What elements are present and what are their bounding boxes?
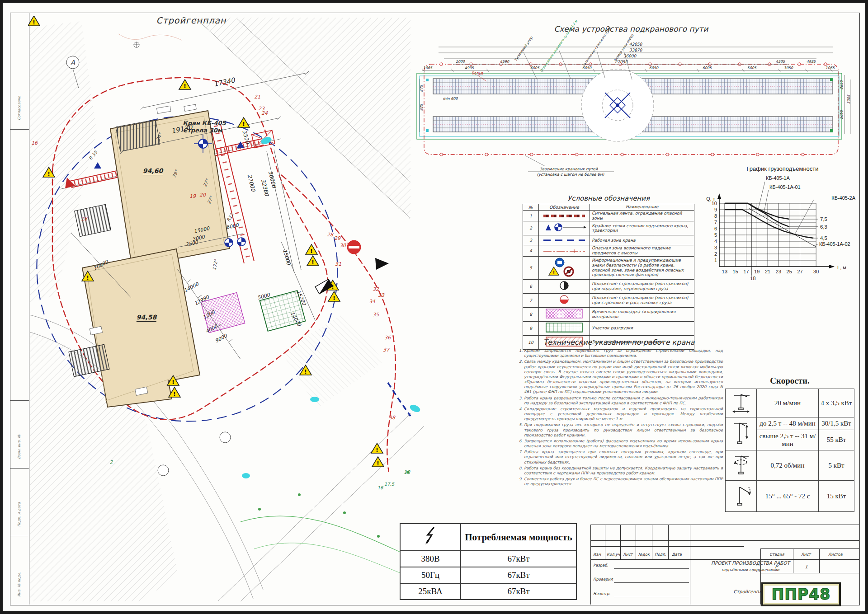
speeds-row: 20 м/мин 4 х 3,5 кВт [726,389,854,417]
power-row: 380В 67кВт [400,551,576,567]
tb-col-koluch: Кол.уч [607,552,620,557]
svg-text:30: 30 [813,269,819,274]
legend-col-sym: Обозначение [539,204,590,211]
rigger-position-lift-icon [559,280,570,291]
legend-col-name: Наименование [590,204,694,211]
crane-position [581,69,654,141]
svg-text:1: 1 [714,258,717,263]
tech-note-item: Запрещается использование (работа) фасад… [524,439,723,449]
doc-title: ПРОЕКТ ПРОИЗВОДСТВА РАБОТ подъёмными соо… [692,560,809,572]
load-capacity-chart: График грузоподъемностиQ, тL, м123456789… [699,164,858,286]
svg-text:2: 2 [714,251,717,257]
tb-col-list: Лист [623,552,633,557]
tech-note-item: Работа крана запрещается при сложных пог… [524,450,723,465]
speeds-row: 0,72 об/мин 5 кВт [726,450,854,481]
margin-label: Инв. № подл. [17,572,21,597]
building-upper [110,104,230,267]
margin-label: Согласовано [17,96,21,120]
tech-note-item: При поднимании груза вес которого не опр… [524,422,723,438]
hatched-area [194,18,410,220]
svg-text:13: 13 [722,269,727,274]
svg-text:19: 19 [754,269,760,274]
hook-position [225,238,245,247]
speed-power: 30/1,5 кВт [819,417,854,430]
speeds-table: 20 м/мин 4 х 3,5 кВт до 2,5 т -- 48 м/ми… [725,389,854,512]
tb-col-izm: Изм [593,552,601,557]
margin-label: Взам. инв. № [17,435,21,459]
svg-text:25: 25 [787,269,792,274]
tech-note-item: Работа крана без координатной защиты не … [524,466,723,476]
svg-text:7: 7 [714,220,717,225]
svg-text:3: 3 [714,245,717,250]
legend-row: 7 Положение стропальщиков (монтажников) … [523,293,694,307]
svg-text:7,5: 7,5 [820,216,827,222]
tb-row-nkontr: Н.контр. [593,591,610,596]
speed-value: 15° ... 65° - 72 с [757,481,819,512]
crane-travel-icon [731,391,751,413]
margin-line [10,129,29,130]
power-value: 67кВт [461,583,576,600]
speed-power: 5 кВт [819,450,854,481]
svg-text:27: 27 [797,269,802,274]
tb-stage-label: Стадия [769,552,784,557]
tech-note-item: Работа крана разрешается только после со… [524,396,723,406]
svg-text:L, м: L, м [837,265,846,270]
hatched-area [281,314,384,408]
legend-row: 9 Участок разгрузки [523,321,694,335]
crane-slew-icon [731,452,751,477]
tb-col-data: Дата [672,552,682,557]
svg-text:17: 17 [743,269,749,274]
direction-arrow [375,258,389,270]
speeds-title: Скорости. [725,376,854,386]
legend-table: № Обозначение Наименование 1 Сигнальная … [523,204,694,350]
tb-col-dok: №док [638,552,650,557]
tech-note-item: Складирование строительных материалов и … [524,407,723,422]
power-table-title: Потребляемая мощность [461,524,576,551]
legend-row: 8 Временная площадка складирования матер… [523,307,694,321]
drawing-sheet: Согласовано Взам. инв. № Подп. и дата Ин… [0,0,868,614]
crane-stand-points-icon [542,222,586,233]
power-param: 25кВА [400,583,461,600]
work-zone-line-icon [542,238,586,243]
technical-notes: Технические указания по работе крана Кра… [515,338,723,487]
svg-text:6,3: 6,3 [820,224,827,230]
svg-text:18: 18 [750,276,755,281]
legend-col-no: № [523,204,539,211]
svg-text:10: 10 [712,201,717,206]
tech-note-item: Краном запрещается переносить груз за ог… [524,348,723,358]
no-entry-sign-icon [347,240,361,254]
rigger-position-sling-icon [559,294,570,305]
speed-value: до 2,5 т -- 48 м/мин [757,417,819,430]
crane-luff-icon [731,483,751,508]
speed-value: свыше 2,5 т -- 31 м/мин [757,430,819,450]
safety-signs-icon: ! [542,257,586,277]
power-table-block: Потребляемая мощность 380В 67кВт 50Гц 67… [400,523,577,600]
margin-label: Подп. и дата [17,502,21,527]
svg-text:!: ! [553,270,555,275]
crane-hoist-icon [731,419,751,446]
svg-text:!: ! [33,19,35,26]
hatched-area [30,21,97,303]
legend-header-row: № Обозначение Наименование [523,204,694,211]
speeds-row: до 2,5 т -- 48 м/мин 30/1,5 кВт [726,417,854,430]
tb-sheet-value: 1 [805,564,808,570]
service-structure [75,204,111,236]
svg-text:4: 4 [714,239,717,244]
speed-value: 0,72 об/мин [757,450,819,481]
technical-notes-list: Краном запрещается переносить груз за ог… [515,348,723,487]
power-header-row: Потребляемая мощность [400,524,576,551]
svg-text:21: 21 [765,269,770,274]
legend-row: 2 Крайние точки стояния подъемного крана… [523,221,694,235]
load-chart-canvas: График грузоподъемностиQ, тL, м123456789… [699,164,858,286]
svg-text:23: 23 [776,269,781,274]
power-table: Потребляемая мощность 380В 67кВт 50Гц 67… [400,523,577,600]
svg-text:5: 5 [714,232,717,238]
power-row: 25кВА 67кВт [400,583,576,600]
speeds-row: 15° ... 65° - 72 с 15 кВт [726,481,854,512]
power-value: 67кВт [461,567,576,583]
technical-notes-title: Технические указания по работе крана [515,338,723,347]
legend-row: 3 Рабочая зона крана [523,235,694,245]
danger-zone-line-icon [542,249,586,253]
margin-line [10,536,29,536]
unloading-area-icon [545,322,583,333]
